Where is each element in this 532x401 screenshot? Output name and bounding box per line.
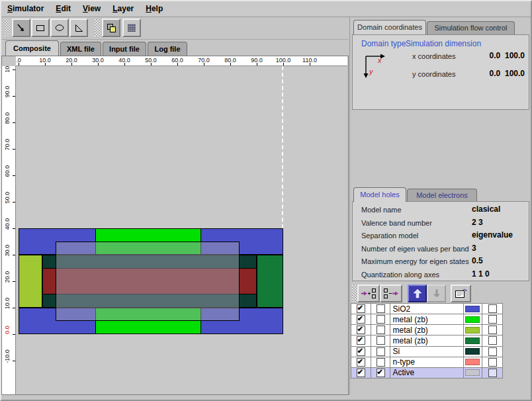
menu-item-edit[interactable]: Edit	[50, 1, 77, 17]
rectangle-tool-button[interactable]	[31, 19, 50, 37]
v-ruler-tick	[13, 175, 15, 176]
layer-color-swatch[interactable]	[465, 327, 480, 334]
triangle-icon	[73, 22, 84, 33]
v-ruler-tick	[13, 228, 15, 229]
layer-visible-checkbox[interactable]: ✔	[357, 369, 365, 377]
layer-visible-checkbox[interactable]: ✔	[357, 358, 365, 367]
layer-color-swatch[interactable]	[465, 359, 480, 365]
tab-input-file[interactable]: Input file	[103, 42, 146, 56]
layer-visible-checkbox[interactable]: ✔	[357, 347, 365, 356]
domain-coordinates-panel: Domain type Simulation dimension x y x c…	[352, 34, 529, 110]
v-ruler-label: 50.0	[4, 187, 11, 209]
layer-select-checkbox[interactable]	[377, 304, 385, 313]
check-icon: ✔	[357, 335, 363, 344]
layer-visible-checkbox[interactable]: ✔	[357, 315, 365, 324]
menu-item-help[interactable]: Help	[140, 1, 169, 17]
panel-divider[interactable]	[349, 17, 350, 395]
layer-select-checkbox[interactable]	[377, 315, 385, 324]
device-canvas[interactable]	[16, 66, 347, 394]
layer-name-cell[interactable]: Si	[390, 347, 463, 357]
tab-log-file[interactable]: Log file	[148, 42, 187, 56]
menu-item-layer[interactable]: Layer	[107, 1, 140, 17]
layer-name-cell[interactable]: SiO2	[390, 304, 463, 314]
tab-model-electrons[interactable]: Model electrons	[407, 189, 477, 202]
layer-flag-checkbox[interactable]	[488, 347, 497, 356]
layer-visible-checkbox[interactable]: ✔	[357, 326, 365, 334]
layer-color-swatch[interactable]	[465, 348, 480, 355]
layer-select-cell: ✔	[371, 368, 391, 378]
layer-row-si[interactable]: ✔Si	[351, 347, 502, 357]
triangle-tool-button[interactable]	[69, 19, 88, 37]
h-ruler-tick	[257, 63, 257, 66]
check-icon: ✔	[377, 368, 383, 377]
layer-color-swatch[interactable]	[465, 316, 480, 323]
layer-name-cell[interactable]: metal (zb)	[390, 335, 463, 345]
move-layer-down-button[interactable]	[427, 285, 446, 302]
tab-composite[interactable]: Composite	[5, 40, 59, 56]
layer-row-sio2[interactable]: ✔SiO2	[351, 304, 502, 314]
layer-row-metal-zb[interactable]: ✔metal (zb)	[351, 314, 502, 325]
layer-flag-checkbox[interactable]	[488, 326, 497, 334]
grid-tool-button[interactable]	[122, 19, 141, 37]
menu-item-view[interactable]: View	[77, 1, 107, 17]
rectangle-icon	[35, 22, 46, 33]
layer-name-cell[interactable]: metal (zb)	[390, 325, 463, 335]
layer-select-checkbox[interactable]	[377, 347, 385, 356]
h-ruler-tick	[45, 63, 46, 66]
layer-flag-checkbox[interactable]	[488, 358, 497, 367]
region-active-overlay[interactable]	[56, 242, 240, 321]
model-row-value-model-name: clasical	[472, 204, 500, 214]
pointer-tool-button[interactable]	[12, 19, 30, 37]
axis-y-label: y	[369, 67, 373, 75]
layer-name-cell[interactable]: Active	[390, 368, 463, 378]
ellipse-tool-button[interactable]	[50, 19, 69, 37]
layer-flag-checkbox[interactable]	[488, 369, 497, 377]
tab-simulation-flow-control[interactable]: Simulation flow control	[427, 21, 515, 34]
layer-row-metal-zb[interactable]: ✔metal (zb)	[351, 335, 502, 346]
model-row-label-number-of-eigen-values-per-band: Number of eigen values per band	[361, 245, 469, 253]
grid-icon	[126, 22, 137, 33]
menu-item-simulator[interactable]: Simulator	[1, 1, 50, 17]
h-ruler-tick	[177, 63, 178, 66]
remove-layer-button[interactable]	[380, 285, 402, 302]
tab-model-holes[interactable]: Model holes	[353, 187, 406, 202]
layer-flag-checkbox[interactable]	[488, 315, 497, 324]
move-layer-up-button[interactable]	[408, 285, 427, 302]
layer-select-checkbox[interactable]	[377, 336, 385, 345]
layer-color-swatch[interactable]	[465, 337, 480, 344]
v-ruler-label: 100.0	[4, 66, 11, 77]
layer-flag-checkbox[interactable]	[488, 336, 497, 345]
tab-domain-coordinates[interactable]: Domain coordinates	[353, 20, 426, 34]
v-ruler-label: 20.0	[4, 266, 11, 289]
v-ruler-label: 40.0	[4, 213, 11, 236]
tab-xml-file[interactable]: XML file	[60, 42, 101, 56]
layer-color-cell	[464, 314, 483, 324]
layer-color-swatch[interactable]	[465, 369, 480, 376]
layer-row-n-type[interactable]: ✔n-type	[351, 357, 502, 368]
layers-toolbar-handle[interactable]	[352, 285, 357, 302]
layer-flag-checkbox[interactable]	[488, 304, 497, 313]
toolbar-drag-handle-2[interactable]	[95, 19, 101, 36]
layer-select-checkbox[interactable]	[377, 326, 385, 334]
axis-x-label: x	[378, 56, 382, 64]
layer-select-cell	[371, 357, 391, 367]
layer-select-checkbox[interactable]	[377, 358, 385, 367]
layer-visible-checkbox[interactable]: ✔	[357, 304, 365, 313]
layer-name-cell[interactable]: metal (zb)	[390, 314, 463, 324]
layer-color-cell	[464, 347, 483, 357]
layer-row-active[interactable]: ✔✔Active	[351, 368, 502, 378]
overlap-regions-button[interactable]	[102, 19, 120, 37]
remove-layer-icon	[383, 288, 399, 299]
model-row-value-number-of-eigen-values-per-band: 3	[472, 244, 476, 253]
layer-flag-cell	[482, 368, 502, 378]
layer-name-cell[interactable]: n-type	[390, 357, 463, 367]
main-toolbar	[1, 17, 349, 40]
layer-row-metal-zb[interactable]: ✔metal (zb)	[351, 325, 502, 335]
toolbar-drag-handle[interactable]	[5, 19, 11, 36]
add-layer-button[interactable]	[357, 285, 380, 302]
layer-visible-checkbox[interactable]: ✔	[357, 336, 365, 345]
layer-color-swatch[interactable]	[465, 306, 480, 312]
layer-select-checkbox[interactable]: ✔	[377, 369, 385, 377]
layer-visible-cell: ✔	[351, 325, 371, 335]
layer-properties-button[interactable]	[451, 285, 471, 302]
